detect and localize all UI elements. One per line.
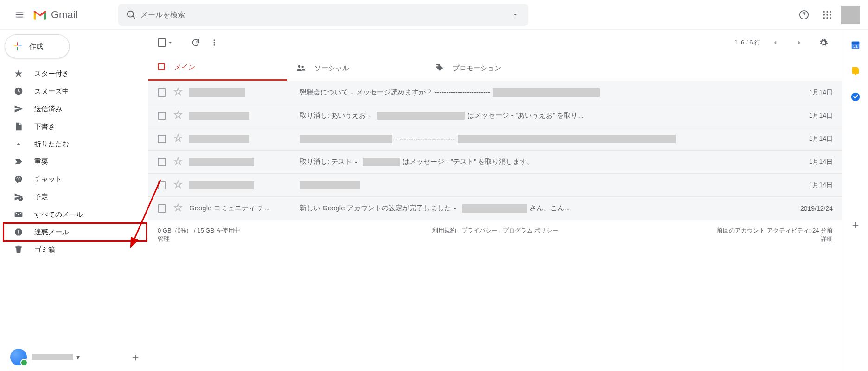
star-toggle[interactable] (173, 203, 183, 214)
hangouts-user[interactable]: ▾ ＋ (0, 343, 148, 371)
trash-icon (13, 244, 24, 255)
tab-label: メイン (174, 63, 195, 72)
next-page-button[interactable] (790, 33, 809, 52)
svg-point-3 (826, 11, 828, 12)
select-all-checkbox[interactable] (158, 38, 173, 47)
sidebar-item-collapse[interactable]: 折りたたむ (0, 135, 148, 153)
prev-page-button[interactable] (766, 33, 785, 52)
footer: 0 GB（0%） / 15 GB を使用中 管理 利用規約 · プライバシー ·… (148, 220, 842, 250)
message-row[interactable]: Google コミュニティ チ...新しい Google アカウントの設定が完了… (148, 197, 842, 220)
svg-point-4 (830, 11, 831, 12)
chat-icon: 99 (13, 174, 24, 185)
sidebar: 作成 スター付きスヌーズ中送信済み下書き折りたたむ重要99チャット予定すべてのメ… (0, 30, 148, 371)
tasks-addon-button[interactable] (850, 92, 861, 102)
row-checkbox[interactable] (158, 112, 166, 120)
sidebar-item-scheduled[interactable]: 予定 (0, 188, 148, 206)
star-toggle[interactable] (173, 110, 183, 121)
sidebar-item-chat[interactable]: 99チャット (0, 170, 148, 188)
sidebar-item-all[interactable]: すべてのメール (0, 206, 148, 223)
sidebar-item-spam[interactable]: 迷惑メール (0, 223, 148, 241)
toolbar: 1–6 / 6 行 (148, 30, 842, 56)
account-avatar[interactable] (841, 6, 860, 24)
row-checkbox[interactable] (158, 88, 166, 97)
settings-button[interactable] (814, 33, 833, 52)
sidebar-item-star[interactable]: スター付き (0, 65, 148, 82)
user-avatar-icon (10, 349, 27, 365)
sidebar-item-label: ゴミ箱 (34, 245, 55, 254)
sidebar-item-clock[interactable]: スヌーズ中 (0, 82, 148, 100)
sidebar-item-label: 迷惑メール (34, 228, 69, 237)
star-toggle[interactable] (173, 180, 183, 190)
keep-addon-button[interactable] (850, 66, 861, 76)
sidebar-item-label: 送信済み (34, 105, 62, 113)
sidebar-item-label: スヌーズ中 (34, 87, 69, 96)
row-checkbox[interactable] (158, 158, 166, 166)
last-activity-text: 前回のアカウント アクティビティ: 24 分前 (608, 226, 833, 235)
row-checkbox[interactable] (158, 181, 166, 189)
svg-point-2 (823, 11, 825, 12)
pagination-range: 1–6 / 6 行 (734, 38, 760, 47)
search-options-dropdown[interactable] (506, 6, 524, 24)
search-input[interactable] (140, 4, 506, 26)
tab-people[interactable]: ソーシャル (287, 56, 427, 81)
star-toggle[interactable] (173, 157, 183, 167)
svg-point-19 (214, 44, 215, 46)
svg-point-6 (826, 14, 828, 15)
activity-details-link[interactable]: 詳細 (821, 235, 833, 242)
support-button[interactable] (795, 6, 813, 24)
header: Gmail (0, 0, 868, 30)
compose-button[interactable]: 作成 (5, 34, 70, 58)
search-icon[interactable] (122, 6, 140, 24)
main-menu-button[interactable] (8, 4, 31, 26)
sidebar-item-send[interactable]: 送信済み (0, 100, 148, 118)
side-panel: 31 ＋ (842, 30, 868, 371)
username-redacted (32, 354, 73, 360)
sidebar-item-draft[interactable]: 下書き (0, 118, 148, 135)
date-cell: 1月14日 (809, 181, 833, 189)
row-checkbox[interactable] (158, 135, 166, 143)
message-row[interactable]: 取り消し: テスト - はメッセージ - "テスト" を取り消します。1月14日 (148, 151, 842, 174)
sender-cell: Google コミュニティ チ... (189, 204, 291, 213)
message-row[interactable]: 懇親会について - メッセージ読めますか？ ------------------… (148, 81, 842, 104)
sender-cell (189, 88, 291, 97)
subject-cell: 取り消し: テスト - はメッセージ - "テスト" を取り消します。 (300, 157, 801, 166)
star-icon (13, 68, 24, 79)
star-toggle[interactable] (173, 133, 183, 144)
sidebar-item-label: 予定 (34, 193, 48, 201)
compose-label: 作成 (29, 42, 43, 51)
sender-cell (189, 181, 291, 189)
policies-links[interactable]: 利用規約 · プライバシー · プログラム ポリシー (432, 227, 558, 234)
get-addons-button[interactable]: ＋ (850, 217, 861, 232)
subject-cell: - ------------------------ (300, 135, 801, 143)
calendar-addon-button[interactable]: 31 (850, 40, 861, 50)
collapse-icon (13, 138, 24, 150)
message-row[interactable]: 取り消し: あいうえお - はメッセージ - "あいうえお" を取り...1月1… (148, 104, 842, 127)
star-toggle[interactable] (173, 87, 183, 98)
gmail-logo[interactable]: Gmail (32, 9, 77, 21)
subject-cell: 新しい Google アカウントの設定が完了しました - さん、こん... (300, 204, 792, 213)
tab-inbox[interactable]: メイン (148, 56, 287, 81)
new-chat-button[interactable]: ＋ (130, 350, 141, 365)
tab-tag[interactable]: プロモーション (427, 56, 566, 81)
svg-rect-16 (18, 233, 19, 234)
subject-cell (300, 181, 801, 189)
sidebar-item-trash[interactable]: ゴミ箱 (0, 241, 148, 258)
sender-cell (189, 158, 291, 166)
people-icon (296, 63, 306, 74)
row-checkbox[interactable] (158, 204, 166, 213)
message-row[interactable]: 1月14日 (148, 174, 842, 197)
svg-point-23 (437, 65, 439, 67)
refresh-button[interactable] (186, 33, 205, 52)
svg-text:31: 31 (853, 44, 857, 49)
apps-grid-button[interactable] (818, 6, 836, 24)
subject-cell: 取り消し: あいうえお - はメッセージ - "あいうえお" を取り... (300, 111, 801, 120)
date-cell: 1月14日 (809, 158, 833, 166)
message-row[interactable]: - ------------------------ 1月14日 (148, 127, 842, 151)
date-cell: 1月14日 (809, 88, 833, 97)
manage-storage-link[interactable]: 管理 (158, 235, 170, 242)
svg-point-5 (823, 14, 825, 15)
sidebar-item-label: 下書き (34, 122, 55, 131)
more-button[interactable] (205, 33, 223, 52)
sidebar-item-important[interactable]: 重要 (0, 153, 148, 170)
svg-rect-15 (18, 230, 19, 233)
